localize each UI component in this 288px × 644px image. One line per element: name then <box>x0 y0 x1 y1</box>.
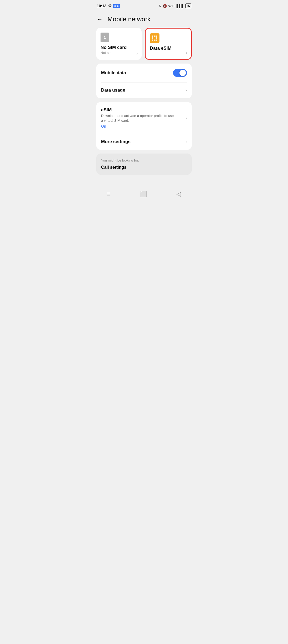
data-usage-row[interactable]: Data usage › <box>96 82 192 98</box>
more-settings-chevron: › <box>186 139 187 144</box>
status-left: 10:13 ⚙ ((·)) <box>97 3 120 8</box>
sim1-name: No SIM card <box>101 45 137 50</box>
page-title: Mobile network <box>107 15 150 23</box>
data-usage-label: Data usage <box>101 88 125 93</box>
suggestion-card: You might be looking for: Call settings <box>96 154 192 175</box>
esim-chip-grid <box>152 36 157 41</box>
gear-icon: ⚙ <box>108 3 111 8</box>
battery-indicator: 86 <box>185 3 191 8</box>
mobile-data-row[interactable]: Mobile data <box>96 64 192 82</box>
back-button[interactable]: ← <box>97 16 103 22</box>
nav-bar: ≡ ⬜ ◁ <box>92 185 196 205</box>
esim-row[interactable]: eSIM Download and activate a operator pr… <box>96 102 192 134</box>
sim-card-2[interactable]: Data eSIM › <box>145 28 192 60</box>
sim-card-1[interactable]: 1 No SIM card Not set › <box>96 28 142 60</box>
esim-label: eSIM <box>101 107 176 113</box>
nfc-icon: N <box>159 4 161 8</box>
clock: 10:13 <box>97 4 106 8</box>
main-content: 1 No SIM card Not set › <box>92 28 196 175</box>
nav-back-button[interactable]: ◁ <box>177 191 181 198</box>
esim-chevron: › <box>186 116 187 120</box>
nav-home-button[interactable]: ⬜ <box>140 191 147 198</box>
mobile-data-toggle[interactable] <box>173 69 187 77</box>
sim2-chevron: › <box>186 50 187 55</box>
sim-cards-row: 1 No SIM card Not set › <box>96 28 192 60</box>
status-bar: 10:13 ⚙ ((·)) N 🔇 WiFi ▌▌▌ 86 <box>92 0 196 11</box>
settings-group-2: eSIM Download and activate a operator pr… <box>96 102 192 150</box>
signal-icon: ▌▌▌ <box>177 4 184 8</box>
sim1-icon-container: 1 <box>101 33 137 42</box>
radio-icon: ((·)) <box>113 4 120 8</box>
mobile-data-label: Mobile data <box>101 70 126 76</box>
sim1-sub: Not set <box>101 51 137 55</box>
more-settings-label: More settings <box>101 139 131 144</box>
page-header: ← Mobile network <box>92 11 196 28</box>
nav-menu-button[interactable]: ≡ <box>107 191 110 198</box>
more-settings-row[interactable]: More settings › <box>96 134 192 150</box>
status-right: N 🔇 WiFi ▌▌▌ 86 <box>159 3 191 8</box>
esim-sub: Download and activate a operator profile… <box>101 113 176 123</box>
sim2-icon-container <box>150 33 187 43</box>
esim-icon <box>150 33 159 43</box>
data-usage-chevron: › <box>186 88 187 93</box>
sim2-name: Data eSIM <box>150 46 187 51</box>
wifi-icon: WiFi <box>168 4 175 8</box>
suggestion-item[interactable]: Call settings <box>101 165 187 170</box>
sim1-badge: 1 <box>101 33 109 42</box>
sim1-chevron: › <box>137 51 138 56</box>
esim-status: On <box>101 124 176 128</box>
esim-text: eSIM Download and activate a operator pr… <box>101 107 176 128</box>
suggestion-prompt: You might be looking for: <box>101 158 187 162</box>
settings-group-1: Mobile data Data usage › <box>96 64 192 98</box>
toggle-knob <box>179 70 186 76</box>
mute-icon: 🔇 <box>163 4 167 8</box>
